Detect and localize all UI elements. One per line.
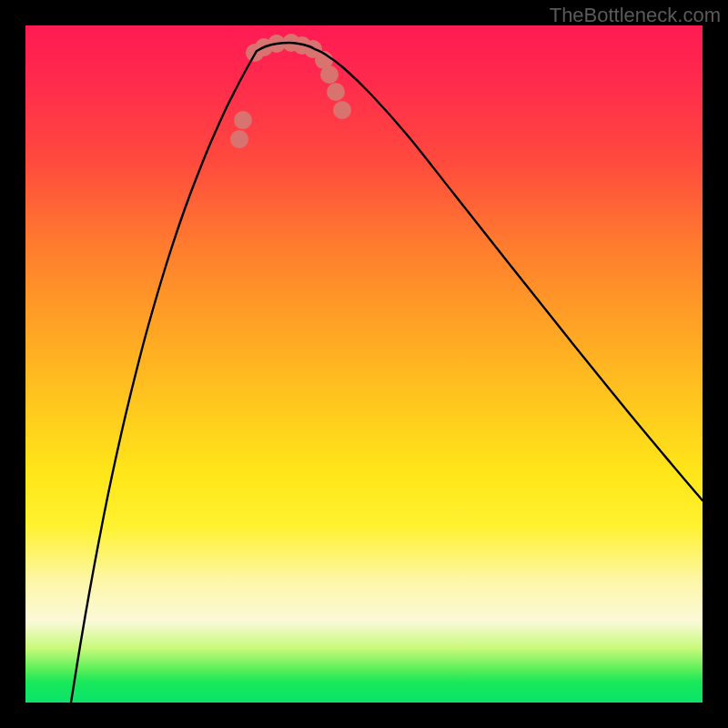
plot-area xyxy=(25,25,703,703)
data-marker xyxy=(230,130,248,148)
data-markers xyxy=(230,34,351,148)
data-marker xyxy=(327,83,345,101)
data-marker xyxy=(234,111,252,129)
watermark-text: TheBottleneck.com xyxy=(550,4,721,27)
curve-right-curve xyxy=(315,49,703,500)
curve-paths xyxy=(71,43,703,703)
curve-left-curve xyxy=(71,51,257,703)
data-marker xyxy=(333,101,351,119)
chart-frame: TheBottleneck.com xyxy=(0,0,728,728)
data-marker xyxy=(320,66,339,84)
curve-layer xyxy=(25,25,703,703)
